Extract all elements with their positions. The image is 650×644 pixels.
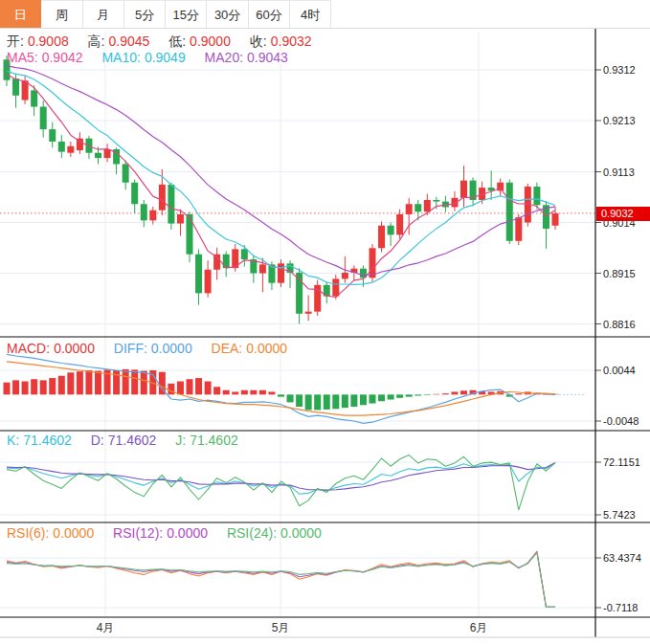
d-value: 71.4602 bbox=[108, 433, 157, 448]
macd-bar bbox=[177, 382, 184, 395]
macd-bar bbox=[515, 393, 522, 394]
macd-bar bbox=[213, 387, 220, 394]
candle-body bbox=[278, 263, 284, 282]
macd-value: 0.0000 bbox=[54, 341, 95, 356]
candle-body bbox=[177, 214, 184, 224]
candle-body bbox=[205, 270, 212, 294]
high-label: 高: bbox=[88, 33, 105, 49]
macd-bar bbox=[58, 376, 65, 395]
macd-bar bbox=[187, 379, 193, 394]
macd-bar bbox=[378, 394, 385, 401]
macd-bar bbox=[396, 394, 403, 397]
ma10-label: MA10: bbox=[101, 50, 140, 65]
tab-15分[interactable]: 15分 bbox=[166, 0, 207, 28]
rsi6-label: RSI(6): bbox=[7, 525, 49, 541]
x-axis-label: 5月 bbox=[272, 621, 290, 634]
open-value: 0.9008 bbox=[28, 33, 69, 49]
low-label: 低: bbox=[168, 33, 186, 49]
macd-bar bbox=[40, 380, 47, 394]
y-axis-label: 0.0044 bbox=[603, 365, 636, 376]
chart-canvas: 0.93120.92130.91130.90140.89150.88160.00… bbox=[0, 29, 650, 644]
macd-bar bbox=[223, 390, 230, 395]
candle-body bbox=[95, 153, 101, 158]
candle-body bbox=[49, 129, 56, 142]
candle-body bbox=[305, 312, 312, 314]
macd-bar bbox=[131, 369, 138, 394]
y-axis-label: -0.7118 bbox=[603, 602, 639, 613]
candle-body bbox=[460, 181, 467, 198]
candle-body bbox=[58, 142, 65, 152]
high-value: 0.9045 bbox=[109, 33, 150, 49]
candle-body bbox=[241, 249, 248, 259]
ma20-label: MA20: bbox=[205, 50, 243, 65]
candle-body bbox=[131, 183, 138, 204]
candle-body bbox=[259, 264, 266, 273]
low-value: 0.9000 bbox=[190, 33, 231, 49]
d-label: D: bbox=[91, 433, 104, 448]
candle-body bbox=[433, 200, 439, 202]
k-label: K: bbox=[7, 433, 19, 448]
macd-label: MACD: bbox=[7, 341, 50, 356]
tab-4时[interactable]: 4时 bbox=[290, 0, 331, 28]
macd-bar bbox=[433, 394, 439, 395]
y-axis-label: 5.7423 bbox=[603, 509, 636, 521]
kdj-legend: K:71.4602 D:71.4602 J:71.4602 bbox=[7, 433, 242, 448]
macd-bar bbox=[95, 371, 101, 395]
candle-body bbox=[149, 211, 156, 221]
ma20-value: 0.9043 bbox=[247, 50, 288, 65]
macd-bar bbox=[168, 384, 174, 395]
macd-bar bbox=[123, 369, 129, 395]
macd-bar bbox=[350, 394, 357, 407]
macd-bar bbox=[360, 394, 367, 405]
candle-body bbox=[12, 78, 19, 96]
tab-5分[interactable]: 5分 bbox=[124, 0, 166, 28]
candle-body bbox=[187, 214, 193, 255]
macd-bar bbox=[406, 394, 413, 396]
macd-bar bbox=[460, 390, 467, 394]
candle-body bbox=[515, 217, 522, 241]
macd-bar bbox=[324, 394, 330, 410]
candle-body bbox=[159, 185, 166, 211]
macd-bar bbox=[305, 394, 312, 410]
candle-body bbox=[123, 164, 129, 182]
macd-bar bbox=[314, 394, 321, 410]
dea-value: 0.0000 bbox=[246, 341, 287, 356]
y-axis-label: 0.9213 bbox=[603, 115, 636, 126]
tab-日[interactable]: 日 bbox=[0, 0, 41, 28]
macd-bar bbox=[451, 391, 458, 394]
close-value: 0.9032 bbox=[271, 33, 312, 49]
y-axis-label: 0.9312 bbox=[603, 64, 636, 76]
dea-label: DEA: bbox=[212, 341, 243, 356]
tab-30分[interactable]: 30分 bbox=[207, 0, 248, 28]
open-label: 开: bbox=[7, 33, 24, 49]
tab-月[interactable]: 月 bbox=[83, 0, 124, 28]
candle-body bbox=[552, 213, 559, 226]
diff-value: 0.0000 bbox=[151, 341, 192, 356]
candle-body bbox=[533, 187, 540, 205]
chart-app: 日周月5分15分30分60分4时 0.93120.92130.91130.901… bbox=[0, 0, 650, 644]
candle-body bbox=[370, 248, 376, 278]
current-price-tag: 0.9032 bbox=[596, 207, 650, 221]
candle-body bbox=[332, 278, 339, 296]
macd-bar bbox=[49, 378, 56, 394]
y-axis-label: -0.0048 bbox=[603, 415, 639, 427]
x-axis-label: 4月 bbox=[97, 621, 115, 634]
candle-body bbox=[396, 214, 403, 234]
macd-bar bbox=[424, 394, 431, 395]
y-axis-label: 0.8816 bbox=[603, 319, 636, 330]
ma5-label: MA5: bbox=[7, 50, 38, 65]
y-axis-label: 63.4374 bbox=[603, 552, 641, 564]
rsi12-value: 0.0000 bbox=[167, 525, 208, 541]
macd-bar bbox=[241, 390, 248, 395]
rsi-legend: RSI(6):0.0000 RSI(12):0.0000 RSI(24):0.0… bbox=[7, 525, 325, 541]
candle-body bbox=[104, 149, 111, 158]
tab-60分[interactable]: 60分 bbox=[249, 0, 290, 28]
candle-body bbox=[31, 90, 37, 106]
macd-bar bbox=[250, 390, 257, 395]
candle-body bbox=[388, 226, 394, 235]
candle-body bbox=[67, 146, 74, 153]
ma10-value: 0.9049 bbox=[145, 50, 186, 65]
macd-bar bbox=[22, 382, 29, 395]
candle-body bbox=[342, 273, 348, 278]
tab-周[interactable]: 周 bbox=[41, 0, 82, 28]
